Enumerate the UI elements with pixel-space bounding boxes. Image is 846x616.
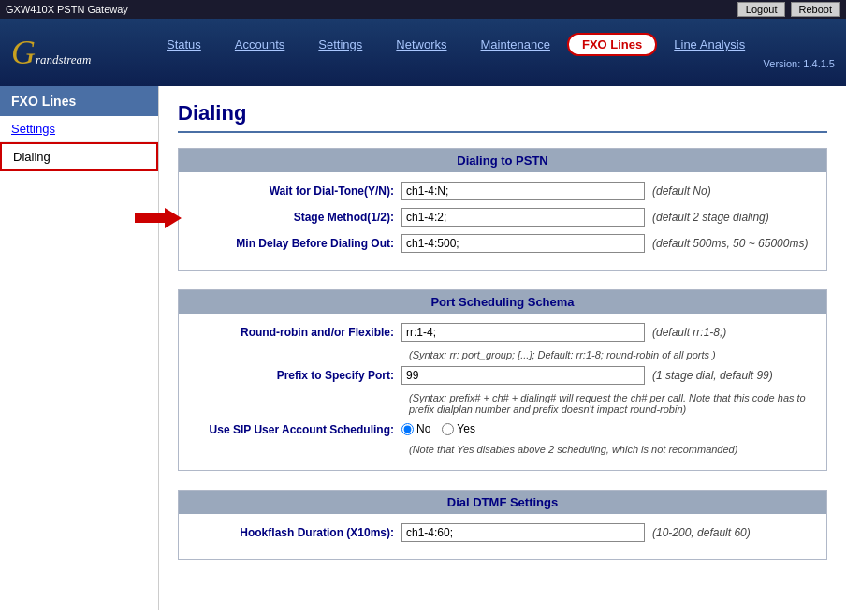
nav-line-analysis[interactable]: Line Analysis [657, 34, 762, 55]
radio-no[interactable]: No [401, 422, 430, 435]
row-sip-scheduling: Use SIP User Account Scheduling: No Yes [186, 420, 819, 436]
radio-yes-label: Yes [457, 422, 475, 435]
row-min-delay: Min Delay Before Dialing Out: (default 5… [186, 234, 819, 253]
nav-accounts[interactable]: Accounts [218, 34, 301, 55]
main-content: Dialing Dialing to PSTN Wait for Dial-To… [159, 86, 846, 610]
content-wrap: FXO Lines Settings Dialing Dialing Diali… [0, 86, 846, 610]
sidebar: FXO Lines Settings Dialing [0, 86, 159, 610]
arrow-indicator-svg [135, 206, 182, 230]
logo-sub: randstream [36, 52, 91, 66]
nav-area: Status Accounts Settings Networks Mainte… [150, 33, 846, 73]
radio-no-input[interactable] [401, 423, 414, 435]
input-round-robin[interactable] [401, 323, 645, 342]
input-area-prefix-port: (1 stage dial, default 99) [401, 366, 773, 385]
input-wait-dial-tone[interactable] [401, 182, 645, 200]
sidebar-item-dialing[interactable]: Dialing [0, 142, 158, 171]
logo-g: G [11, 34, 36, 71]
label-round-robin: Round-robin and/or Flexible: [186, 323, 401, 339]
section-dialing-to-pstn: Dialing to PSTN Wait for Dial-Tone(Y/N):… [178, 148, 827, 271]
logo: Grandstream [11, 36, 91, 69]
label-hookflash: Hookflash Duration (X10ms): [186, 523, 401, 539]
svg-marker-0 [135, 208, 182, 228]
input-hookflash[interactable] [401, 523, 645, 542]
page-title: Dialing [178, 101, 827, 133]
sidebar-item-settings[interactable]: Settings [0, 116, 158, 142]
row-hookflash: Hookflash Duration (X10ms): (10-200, def… [186, 523, 819, 542]
row-wait-dial-tone: Wait for Dial-Tone(Y/N): (default No) [186, 182, 819, 200]
note-round-robin: (default rr:1-8;) [652, 326, 726, 339]
input-area-min-delay: (default 500ms, 50 ~ 65000ms) [401, 234, 808, 253]
section-body-dialing-to-pstn: Wait for Dial-Tone(Y/N): (default No) St… [179, 172, 826, 270]
input-area-round-robin: (default rr:1-8;) [401, 323, 726, 342]
label-stage-method: Stage Method(1/2): [186, 208, 401, 224]
hint-sip-scheduling: (Note that Yes disables above 2 scheduli… [409, 444, 819, 455]
input-min-delay[interactable] [401, 234, 645, 253]
section-header-dialing-to-pstn: Dialing to PSTN [179, 149, 826, 172]
logo-area: Grandstream [0, 28, 150, 77]
radio-yes-input[interactable] [442, 423, 454, 435]
note-min-delay: (default 500ms, 50 ~ 65000ms) [652, 237, 808, 250]
input-area-wait-dial-tone: (default No) [401, 182, 711, 200]
note-hookflash: (10-200, default 60) [652, 526, 751, 539]
section-port-scheduling: Port Scheduling Schema Round-robin and/o… [178, 289, 827, 471]
title-bar-buttons: Logout Reboot [736, 2, 840, 17]
label-wait-dial-tone: Wait for Dial-Tone(Y/N): [186, 182, 401, 198]
section-dial-dtmf: Dial DTMF Settings Hookflash Duration (X… [178, 490, 827, 560]
radio-yes[interactable]: Yes [442, 422, 475, 435]
title-bar: GXW410X PSTN Gateway Logout Reboot [0, 0, 846, 19]
note-stage-method: (default 2 stage dialing) [652, 211, 769, 224]
row-prefix-port: Prefix to Specify Port: (1 stage dial, d… [186, 366, 819, 385]
header: Grandstream Status Accounts Settings Net… [0, 19, 846, 86]
hint-prefix-port: (Syntax: prefix# + ch# + dialing# will r… [409, 392, 819, 415]
note-wait-dial-tone: (default No) [652, 184, 711, 198]
row-stage-method: Stage Method(1/2): (default 2 stage dial… [186, 208, 819, 227]
input-prefix-port[interactable] [401, 366, 645, 385]
logout-button[interactable]: Logout [737, 2, 786, 17]
input-stage-method[interactable] [401, 208, 645, 227]
section-header-port-scheduling: Port Scheduling Schema [179, 290, 826, 314]
reboot-button[interactable]: Reboot [791, 2, 840, 17]
hint-round-robin: (Syntax: rr: port_group; [...]; Default:… [409, 349, 819, 360]
input-area-hookflash: (10-200, default 60) [401, 523, 751, 542]
label-min-delay: Min Delay Before Dialing Out: [186, 234, 401, 250]
nav-fxo-lines[interactable]: FXO Lines [567, 33, 657, 56]
section-body-dial-dtmf: Hookflash Duration (X10ms): (10-200, def… [179, 514, 826, 559]
input-area-stage-method: (default 2 stage dialing) [401, 208, 769, 227]
section-header-dial-dtmf: Dial DTMF Settings [179, 491, 826, 514]
note-prefix-port: (1 stage dial, default 99) [652, 369, 773, 382]
label-sip-scheduling: Use SIP User Account Scheduling: [186, 420, 401, 436]
radio-no-label: No [416, 422, 430, 435]
sidebar-header: FXO Lines [0, 86, 158, 116]
nav-networks[interactable]: Networks [379, 34, 463, 55]
nav-status[interactable]: Status [150, 34, 218, 55]
version-label: Version: 1.4.1.5 [150, 56, 846, 69]
radio-sip-scheduling: No Yes [401, 420, 475, 435]
section-body-port-scheduling: Round-robin and/or Flexible: (default rr… [179, 314, 826, 470]
nav-links: Status Accounts Settings Networks Mainte… [150, 33, 846, 56]
window-title: GXW410X PSTN Gateway [6, 4, 128, 15]
nav-maintenance[interactable]: Maintenance [464, 34, 567, 55]
nav-settings[interactable]: Settings [301, 34, 379, 55]
label-prefix-port: Prefix to Specify Port: [186, 366, 401, 382]
row-round-robin: Round-robin and/or Flexible: (default rr… [186, 323, 819, 342]
